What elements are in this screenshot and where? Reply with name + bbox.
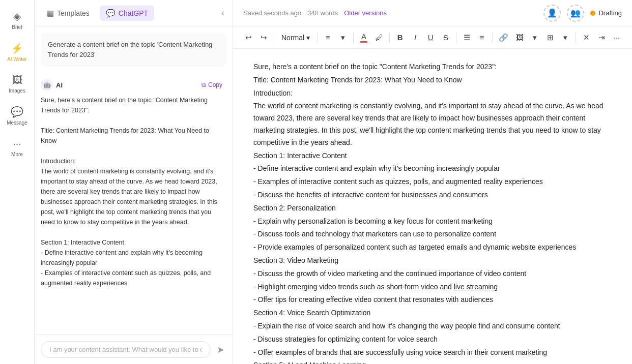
editor-header: Saved seconds ago 348 words Older versio… xyxy=(233,0,632,26)
align-button[interactable]: ≡ xyxy=(321,31,335,45)
clear-format-button[interactable]: ✕ xyxy=(579,31,593,45)
strikethrough-button[interactable]: S xyxy=(439,31,453,45)
ai-writer-icon: ⚡ xyxy=(11,42,23,54)
older-versions-link[interactable]: Older versions xyxy=(344,9,387,17)
format-select[interactable]: Normal ▾ xyxy=(277,32,314,44)
content-line-16: - Offer tips for creating effective vide… xyxy=(253,294,612,306)
content-line-11: - Discuss tools and technology that mark… xyxy=(253,228,612,240)
tab-templates[interactable]: ▦ Templates xyxy=(41,6,96,21)
chat-input[interactable] xyxy=(41,341,211,358)
format-label: Normal xyxy=(281,34,304,42)
tab-templates-label: Templates xyxy=(57,9,90,17)
images-icon: 🖼 xyxy=(12,74,22,86)
chat-area: 🤖 AI ⧉ Copy Sure, here's a content brief… xyxy=(35,73,233,335)
sidebar-item-brief[interactable]: ◈ Brief xyxy=(2,6,33,34)
chat-message: 🤖 AI ⧉ Copy Sure, here's a content brief… xyxy=(41,79,226,288)
bold-button[interactable]: B xyxy=(393,31,407,45)
align-dropdown-button[interactable]: ▾ xyxy=(336,31,350,45)
word-count: 348 words xyxy=(307,9,338,17)
content-line-21: Section 5: AI and Machine Learning xyxy=(253,359,612,364)
sidebar-item-brief-label: Brief xyxy=(12,24,22,30)
panel: ▦ Templates 💬 ChatGPT ‹ Generate a conte… xyxy=(35,0,233,364)
sidebar-item-message-label: Message xyxy=(7,120,27,126)
toolbar: ↩ ↪ Normal ▾ ≡ ▾ A 🖊 B I U S ☰ ≡ 🔗 🖼 ▾ ⊞… xyxy=(233,26,632,49)
content-line-7: - Examples of interactive content such a… xyxy=(253,176,612,188)
sidebar-item-more-label: More xyxy=(11,151,23,157)
sidebar-item-message[interactable]: 💬 Message xyxy=(2,102,33,130)
table-dropdown-button[interactable]: ▾ xyxy=(558,31,572,45)
sidebar-item-images-label: Images xyxy=(9,88,25,94)
copy-icon: ⧉ xyxy=(202,81,206,88)
chat-message-header: 🤖 AI ⧉ Copy xyxy=(41,79,226,91)
chat-input-area: ➤ xyxy=(35,335,233,364)
collaborator-avatar-2: 👥 xyxy=(567,5,584,22)
content-line-13: Section 3: Video Marketing xyxy=(253,255,612,267)
chat-author-label: AI xyxy=(56,81,63,89)
redo-button[interactable]: ↪ xyxy=(256,31,271,45)
message-icon: 💬 xyxy=(11,106,23,118)
content-line-15: - Highlight emerging video trends such a… xyxy=(253,281,612,293)
content-line-5: Section 1: Interactive Content xyxy=(253,150,612,162)
highlight-button[interactable]: 🖊 xyxy=(372,31,386,45)
content-line-20: - Offer examples of brands that are succ… xyxy=(253,347,612,359)
brief-icon: ◈ xyxy=(13,10,21,22)
ai-avatar: 🤖 xyxy=(41,79,53,91)
more-options-button[interactable]: ··· xyxy=(610,31,624,45)
table-button[interactable]: ⊞ xyxy=(543,31,557,45)
indent-button[interactable]: ⇥ xyxy=(594,31,609,45)
image-dropdown-button[interactable]: ▾ xyxy=(528,31,542,45)
link-button[interactable]: 🔗 xyxy=(496,31,511,45)
tab-chatgpt[interactable]: 💬 ChatGPT xyxy=(100,6,154,21)
underline-button[interactable]: U xyxy=(423,31,438,45)
content-line-10: - Explain why personalization is becomin… xyxy=(253,216,612,228)
content-line-9: Section 2: Personalization xyxy=(253,202,612,215)
text-color-button[interactable]: A xyxy=(357,31,371,45)
separator-5 xyxy=(456,33,456,43)
live-streaming-link[interactable]: live streaming xyxy=(454,283,498,291)
bullet-list-button[interactable]: ☰ xyxy=(459,31,474,45)
save-status: Saved seconds ago xyxy=(243,9,301,17)
prompt-box: Generate a content brief on the topic 'C… xyxy=(41,33,226,67)
collaborator-avatar-1: 👤 xyxy=(543,5,561,22)
copy-button[interactable]: ⧉ Copy xyxy=(197,79,226,90)
separator-1 xyxy=(274,33,274,43)
content-line-4: The world of content marketing is consta… xyxy=(253,100,612,148)
more-icon: ··· xyxy=(13,138,21,149)
sidebar-item-ai-writer-label: AI Writer xyxy=(7,56,27,62)
sidebar: ◈ Brief ⚡ AI Writer 🖼 Images 💬 Message ·… xyxy=(0,0,35,364)
content-line-6: - Define interactive content and explain… xyxy=(253,163,612,175)
content-line-1: Sure, here's a content brief on the topi… xyxy=(253,61,612,73)
content-line-17: Section 4: Voice Search Optimization xyxy=(253,307,612,319)
text-color-indicator: A xyxy=(360,32,367,43)
copy-label: Copy xyxy=(208,81,222,88)
content-line-14: - Discuss the growth of video marketing … xyxy=(253,268,612,280)
content-line-19: - Discuss strategies for optimizing cont… xyxy=(253,333,612,346)
color-bar xyxy=(360,41,367,43)
content-line-8: - Discuss the benefits of interactive co… xyxy=(253,189,612,201)
content-line-3: Introduction: xyxy=(253,87,612,100)
separator-4 xyxy=(389,33,390,43)
content-line-12: - Provide examples of personalized conte… xyxy=(253,241,612,254)
undo-button[interactable]: ↩ xyxy=(241,31,255,45)
send-button[interactable]: ➤ xyxy=(215,342,226,357)
numbered-list-button[interactable]: ≡ xyxy=(475,31,489,45)
drafting-label: Drafting xyxy=(598,9,622,17)
chatgpt-icon: 💬 xyxy=(106,9,116,18)
editor-content[interactable]: Sure, here's a content brief on the topi… xyxy=(233,49,632,364)
chat-author: 🤖 AI xyxy=(41,79,63,91)
collapse-panel-button[interactable]: ‹ xyxy=(219,6,226,20)
content-line-2: Title: Content Marketing Trends for 2023… xyxy=(253,74,612,86)
sidebar-item-images[interactable]: 🖼 Images xyxy=(2,70,33,98)
chat-content: Sure, here's a content brief on the topi… xyxy=(41,95,226,288)
format-dropdown-icon: ▾ xyxy=(306,34,310,42)
sidebar-item-more[interactable]: ··· More xyxy=(2,134,33,161)
separator-3 xyxy=(353,33,354,43)
image-button[interactable]: 🖼 xyxy=(512,31,527,45)
content-line-18: - Explain the rise of voice search and h… xyxy=(253,320,612,332)
drafting-dot xyxy=(590,11,595,16)
italic-button[interactable]: I xyxy=(408,31,422,45)
editor-area: Saved seconds ago 348 words Older versio… xyxy=(233,0,632,364)
sidebar-item-ai-writer[interactable]: ⚡ AI Writer xyxy=(2,38,33,66)
send-icon: ➤ xyxy=(217,344,224,355)
templates-icon: ▦ xyxy=(47,9,54,18)
